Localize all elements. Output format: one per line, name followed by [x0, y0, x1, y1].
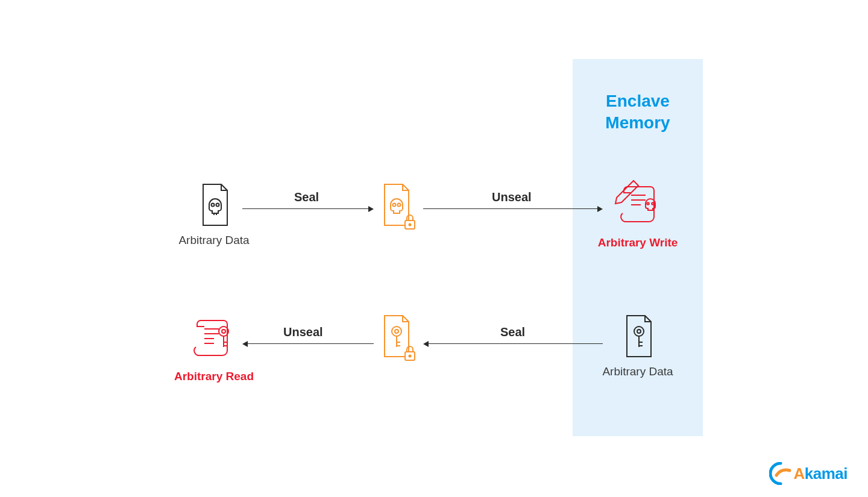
arrow-head-seal-bottom [423, 341, 429, 347]
node-arbitrary-data-bottom: Arbitrary Data [577, 314, 698, 378]
svg-point-12 [652, 202, 654, 205]
label-arbitrary-data-bottom: Arbitrary Data [577, 365, 698, 378]
enclave-title-line1: Enclave [606, 92, 670, 110]
logo-prefix: A [793, 464, 804, 483]
arbitrary-write-icon [611, 180, 665, 233]
enclave-title-line2: Memory [605, 113, 670, 132]
arrow-label-unseal-top: Unseal [492, 190, 532, 204]
svg-point-5 [398, 204, 401, 207]
akamai-wave-icon [769, 462, 792, 485]
label-arbitrary-read: Arbitrary Read [154, 370, 274, 383]
svg-point-23 [395, 330, 398, 333]
locked-skull-document-icon [376, 183, 420, 234]
arrow-label-seal-top: Seal [294, 190, 319, 204]
svg-point-29 [634, 327, 644, 336]
arrow-head-unseal-bottom [242, 341, 248, 347]
svg-point-30 [637, 330, 641, 333]
label-arbitrary-write: Arbitrary Write [577, 236, 698, 249]
node-arbitrary-write: Arbitrary Write [577, 180, 698, 249]
arbitrary-read-icon [190, 313, 238, 366]
arrow-label-seal-bottom: Seal [500, 325, 525, 339]
node-sealed-key [338, 314, 458, 369]
svg-point-0 [212, 204, 215, 207]
akamai-logo: Akamai [769, 462, 848, 485]
arrow-label-unseal-bottom: Unseal [283, 325, 323, 339]
svg-point-4 [393, 204, 396, 207]
logo-suffix: kamai [805, 464, 848, 483]
svg-point-11 [647, 202, 649, 205]
node-sealed-skull [338, 183, 458, 237]
key-document-icon [620, 314, 656, 361]
svg-point-28 [409, 355, 411, 357]
svg-point-18 [222, 330, 225, 333]
svg-point-1 [216, 204, 219, 207]
arrow-seal-bottom [428, 343, 603, 344]
logo-text: Akamai [793, 464, 848, 483]
svg-point-7 [409, 224, 411, 226]
node-arbitrary-data-top: Arbitrary Data [154, 183, 274, 247]
enclave-title: Enclave Memory [573, 90, 703, 134]
label-arbitrary-data-top: Arbitrary Data [154, 234, 274, 247]
arrow-unseal-top [423, 208, 598, 209]
node-arbitrary-read: Arbitrary Read [154, 313, 274, 383]
skull-document-icon [196, 183, 232, 230]
svg-point-22 [392, 327, 401, 336]
locked-key-document-icon [376, 314, 420, 365]
